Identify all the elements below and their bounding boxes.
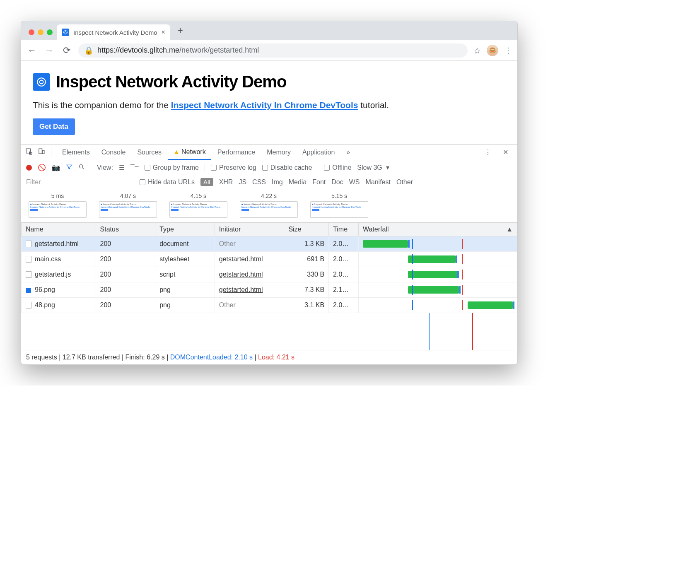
preserve-log-checkbox[interactable]: Preserve log xyxy=(211,164,256,171)
back-button[interactable]: ← xyxy=(26,45,38,56)
filter-toggle-icon[interactable] xyxy=(66,164,72,172)
initiator-link[interactable]: getstarted.html xyxy=(219,255,263,263)
close-tab-icon[interactable]: × xyxy=(162,29,165,36)
status-load: Load: 4.21 s xyxy=(258,354,294,361)
tab-console[interactable]: Console xyxy=(97,145,131,159)
tab-application[interactable]: Application xyxy=(297,145,340,159)
page-logo-icon xyxy=(33,73,50,91)
clear-icon[interactable]: 🚫 xyxy=(38,164,46,171)
filter-type-img[interactable]: Img xyxy=(272,178,283,186)
svg-point-7 xyxy=(80,164,83,168)
throttling-select[interactable]: Slow 3G ▾ xyxy=(357,164,389,171)
page-title: Inspect Network Activity Demo xyxy=(33,72,506,91)
col-type[interactable]: Type xyxy=(155,223,215,236)
address-bar[interactable]: 🔒 https://devtools.glitch.me/network/get… xyxy=(78,43,468,58)
get-data-button[interactable]: Get Data xyxy=(33,118,75,135)
filmstrip-frame[interactable]: 4.15 s■ Inspect Network Activity DemoIns… xyxy=(169,193,227,219)
filmstrip: 5 ms■ Inspect Network Activity DemoInspe… xyxy=(21,189,517,222)
hide-data-urls-checkbox[interactable]: Hide data URLs xyxy=(140,178,195,186)
overview-toggle-icon[interactable]: ⎺⎻ xyxy=(130,164,139,171)
network-table: NameStatusTypeInitiatorSizeTimeWaterfall… xyxy=(21,222,517,313)
filter-input[interactable]: Filter xyxy=(26,178,134,186)
initiator-link[interactable]: getstarted.html xyxy=(219,286,263,293)
table-row[interactable]: 96.png200pnggetstarted.html7.3 KB2.1… xyxy=(22,282,517,298)
tab-memory[interactable]: Memory xyxy=(262,145,296,159)
table-row[interactable]: getstarted.js200scriptgetstarted.html330… xyxy=(22,267,517,282)
filter-type-doc[interactable]: Doc xyxy=(331,178,343,186)
profile-avatar[interactable]: 🐵 xyxy=(487,45,498,56)
tab-sources[interactable]: Sources xyxy=(132,145,167,159)
bookmark-icon[interactable]: ☆ xyxy=(473,46,481,55)
col-size[interactable]: Size xyxy=(284,223,329,236)
filmstrip-frame[interactable]: 4.22 s■ Inspect Network Activity DemoIns… xyxy=(240,193,298,219)
filter-type-xhr[interactable]: XHR xyxy=(219,178,233,186)
devtools-menu-icon[interactable]: ⋮ xyxy=(480,145,496,159)
search-icon[interactable] xyxy=(78,164,85,172)
lock-icon: 🔒 xyxy=(84,46,93,55)
filter-type-js[interactable]: JS xyxy=(239,178,246,186)
filmstrip-frame[interactable]: 5 ms■ Inspect Network Activity DemoInspe… xyxy=(29,193,87,219)
initiator-link[interactable]: getstarted.html xyxy=(219,271,263,278)
svg-rect-6 xyxy=(42,150,44,154)
filter-type-all[interactable]: All xyxy=(200,178,213,186)
browser-window: Inspect Network Activity Demo × + ← → ⟳ … xyxy=(21,21,518,365)
url-path: /network/getstarted.html xyxy=(179,46,259,54)
inspect-element-icon[interactable] xyxy=(25,148,33,157)
window-controls xyxy=(25,29,57,40)
tab-performance[interactable]: Performance xyxy=(212,145,261,159)
col-waterfall[interactable]: Waterfall▲ xyxy=(358,223,517,236)
tab-strip: Inspect Network Activity Demo × + xyxy=(21,21,517,40)
disable-cache-checkbox[interactable]: Disable cache xyxy=(262,164,312,171)
col-initiator[interactable]: Initiator xyxy=(215,223,284,236)
filter-type-other[interactable]: Other xyxy=(396,178,413,186)
offline-checkbox[interactable]: Offline xyxy=(324,164,351,171)
network-status-bar: 5 requests | 12.7 KB transferred | Finis… xyxy=(21,350,517,364)
device-toolbar-icon[interactable] xyxy=(38,148,45,157)
table-row[interactable]: main.css200stylesheetgetstarted.html691 … xyxy=(22,252,517,267)
table-row[interactable]: 48.png200pngOther3.1 KB2.0… xyxy=(22,298,517,313)
view-label: View: xyxy=(97,164,113,171)
table-header-row: NameStatusTypeInitiatorSizeTimeWaterfall… xyxy=(22,223,517,236)
tab-title: Inspect Network Activity Demo xyxy=(73,29,157,36)
warning-icon: ▲ xyxy=(173,148,180,155)
filter-type-manifest[interactable]: Manifest xyxy=(365,178,390,186)
table-row[interactable]: getstarted.html200documentOther1.3 KB2.0… xyxy=(22,236,517,252)
network-filter-bar: Filter Hide data URLs AllXHRJSCSSImgMedi… xyxy=(21,175,517,189)
devtools-tabs: Elements Console Sources ▲Network Perfor… xyxy=(21,145,517,160)
capture-screenshots-icon[interactable]: 📷 xyxy=(52,164,60,171)
status-finish: Finish: 6.29 s xyxy=(126,354,165,361)
filter-type-ws[interactable]: WS xyxy=(349,178,360,186)
tab-network[interactable]: ▲Network xyxy=(168,145,211,160)
tab-elements[interactable]: Elements xyxy=(57,145,95,159)
initiator-text: Other xyxy=(219,301,236,308)
initiator-text: Other xyxy=(219,240,236,247)
filter-type-media[interactable]: Media xyxy=(289,178,307,186)
tabs-overflow-icon[interactable]: » xyxy=(341,145,355,159)
filmstrip-frame[interactable]: 4.07 s■ Inspect Network Activity DemoIns… xyxy=(99,193,157,219)
new-tab-button[interactable]: + xyxy=(170,25,191,40)
filmstrip-frame[interactable]: 5.15 s■ Inspect Network Activity DemoIns… xyxy=(310,193,368,219)
devtools-close-icon[interactable]: ✕ xyxy=(498,145,513,159)
svg-point-0 xyxy=(64,31,68,34)
group-by-frame-checkbox[interactable]: Group by frame xyxy=(145,164,199,171)
svg-point-2 xyxy=(37,78,46,86)
record-button[interactable] xyxy=(26,165,32,171)
menu-icon[interactable]: ⋮ xyxy=(504,46,512,55)
tutorial-link[interactable]: Inspect Network Activity In Chrome DevTo… xyxy=(171,100,358,110)
forward-button[interactable]: → xyxy=(43,45,55,56)
close-window-icon[interactable] xyxy=(29,29,34,35)
col-time[interactable]: Time xyxy=(329,223,359,236)
filter-type-font[interactable]: Font xyxy=(312,178,326,186)
col-status[interactable]: Status xyxy=(96,223,155,236)
browser-tab[interactable]: Inspect Network Activity Demo × xyxy=(57,24,170,40)
large-rows-icon[interactable]: ☰ xyxy=(119,164,125,171)
svg-point-1 xyxy=(65,31,66,33)
devtools-panel: Elements Console Sources ▲Network Perfor… xyxy=(21,144,517,364)
minimize-window-icon[interactable] xyxy=(38,29,43,35)
browser-toolbar: ← → ⟳ 🔒 https://devtools.glitch.me/netwo… xyxy=(21,40,517,61)
filter-type-css[interactable]: CSS xyxy=(252,178,266,186)
col-name[interactable]: Name xyxy=(22,223,96,236)
favicon-icon xyxy=(62,29,69,36)
reload-button[interactable]: ⟳ xyxy=(61,45,72,56)
maximize-window-icon[interactable] xyxy=(47,29,53,35)
